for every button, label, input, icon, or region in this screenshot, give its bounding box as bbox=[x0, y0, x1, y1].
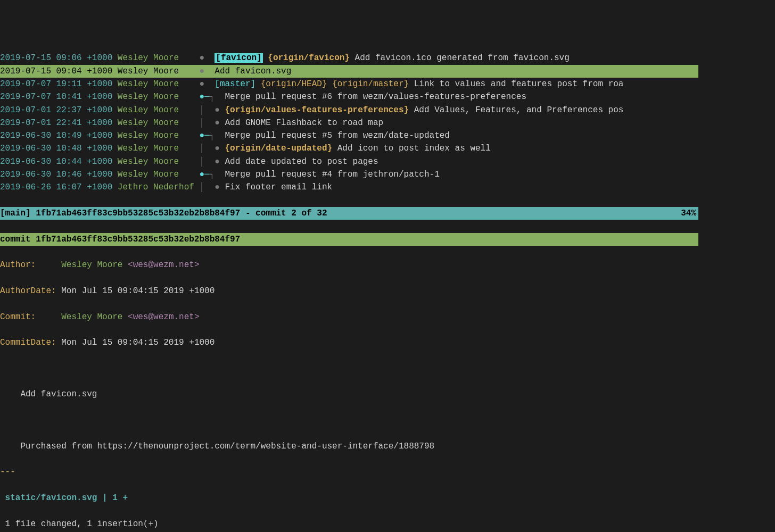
commit-date: 2019-07-07 19:11 +1000 bbox=[0, 79, 112, 89]
commit-date: 2019-06-30 10:44 +1000 bbox=[0, 157, 112, 167]
commit-date: 2019-07-01 22:37 +1000 bbox=[0, 105, 112, 115]
main-status-bar: [main] 1fb71ab463ff83c9bb53285c53b32eb2b… bbox=[0, 207, 698, 220]
commit-message-body: Purchased from https://thenounproject.co… bbox=[0, 440, 698, 453]
commit-subject: Add favicon.svg bbox=[215, 66, 291, 76]
status-left: [main] 1fb71ab463ff83c9bb53285c53b32eb2b… bbox=[0, 207, 327, 220]
author-label: Author: bbox=[0, 260, 56, 270]
commit-date: 2019-07-15 09:04 +1000 bbox=[0, 66, 112, 76]
commit-date: 2019-06-26 16:07 +1000 bbox=[0, 182, 112, 192]
graph-line: │ bbox=[199, 157, 215, 167]
commit-date: 2019-06-30 10:46 +1000 bbox=[0, 170, 112, 179]
commit-row[interactable]: 2019-07-07 19:11 +1000 Wesley Moore ● [m… bbox=[0, 78, 698, 90]
commit-row[interactable]: 2019-07-07 10:41 +1000 Wesley Moore ●─┐ … bbox=[0, 90, 698, 103]
commit-subject: Add Values, Features, and Preferences po… bbox=[414, 105, 624, 115]
commit-date: 2019-06-30 10:48 +1000 bbox=[0, 144, 112, 153]
author-email: <wes@wezm.net> bbox=[128, 260, 199, 270]
authordate-label: AuthorDate: bbox=[0, 286, 56, 296]
graph-dot-icon: ● bbox=[199, 53, 215, 63]
committer-line: Commit: Wesley Moore <wes@wezm.net> bbox=[0, 311, 698, 323]
commit-row[interactable]: 2019-07-01 22:41 +1000 Wesley Moore │ ● … bbox=[0, 117, 698, 129]
commit-author: Wesley Moore bbox=[118, 79, 200, 89]
author-line: Author: Wesley Moore <wes@wezm.net> bbox=[0, 259, 698, 271]
authordate-line: AuthorDate: Mon Jul 15 09:04:15 2019 +10… bbox=[0, 285, 698, 297]
commit-date: 2019-07-01 22:41 +1000 bbox=[0, 118, 112, 128]
commit-row[interactable]: 2019-07-01 22:37 +1000 Wesley Moore │ ● … bbox=[0, 104, 698, 117]
blank-line bbox=[0, 414, 698, 427]
graph-dot-icon: ● bbox=[199, 66, 215, 76]
commit-row[interactable]: 2019-06-30 10:44 +1000 Wesley Moore │ ● … bbox=[0, 155, 698, 168]
author-name: Wesley Moore bbox=[61, 260, 128, 270]
graph-dot-icon: ● bbox=[199, 79, 215, 89]
diffstat-summary: 1 file changed, 1 insertion(+) bbox=[0, 518, 698, 530]
remote-branch-badge: {origin/date-updated} bbox=[225, 144, 332, 153]
commit-row[interactable]: 2019-06-30 10:49 +1000 Wesley Moore ●─┐ … bbox=[0, 129, 698, 142]
commit-email: <wes@wezm.net> bbox=[128, 312, 199, 322]
commit-author: Wesley Moore bbox=[118, 66, 200, 76]
remote-head-badge: {origin/HEAD} {origin/master} bbox=[261, 79, 409, 89]
commit-author: Wesley Moore bbox=[118, 118, 200, 128]
commit-row[interactable]: 2019-07-15 09:06 +1000 Wesley Moore ● [f… bbox=[0, 52, 698, 64]
message-body: Purchased from https://thenounproject.co… bbox=[20, 442, 434, 451]
commit-name: Wesley Moore bbox=[61, 312, 128, 322]
status-right: 34% bbox=[681, 207, 698, 220]
commit-row[interactable]: 2019-06-26 16:07 +1000 Jethro Nederhof │… bbox=[0, 181, 698, 194]
merge-node-icon: ●─ bbox=[199, 92, 209, 102]
commit-author: Wesley Moore bbox=[118, 170, 200, 179]
commit-subject: Add icon to post index as well bbox=[337, 144, 491, 153]
commit-subject: Merge pull request #5 from wezm/date-upd… bbox=[225, 131, 449, 140]
graph-line: │ bbox=[199, 118, 215, 128]
commit-row[interactable]: 2019-06-30 10:48 +1000 Wesley Moore │ ● … bbox=[0, 142, 698, 155]
commit-subject: Merge pull request #6 from wezm/values-f… bbox=[225, 92, 526, 102]
commitdate-line: CommitDate: Mon Jul 15 09:04:15 2019 +10… bbox=[0, 336, 698, 349]
commit-row[interactable]: 2019-07-15 09:04 +1000 Wesley Moore ● Ad… bbox=[0, 65, 698, 78]
remote-branch-badge: {origin/values-features-preferences} bbox=[225, 105, 409, 115]
graph-line: │ bbox=[199, 182, 215, 192]
blank-line bbox=[0, 362, 698, 375]
merge-node-icon: ●─ bbox=[199, 170, 209, 179]
diffstat-marker: --- bbox=[0, 466, 698, 478]
commitdate-value: Mon Jul 15 09:04:15 2019 +1000 bbox=[61, 338, 215, 347]
commit-date: 2019-07-07 10:41 +1000 bbox=[0, 92, 112, 102]
commit-date: 2019-06-30 10:49 +1000 bbox=[0, 131, 112, 140]
graph-line: │ bbox=[199, 144, 215, 153]
commitdate-label: CommitDate: bbox=[0, 338, 56, 347]
message-title: Add favicon.svg bbox=[20, 389, 97, 399]
commit-author: Wesley Moore bbox=[118, 131, 200, 140]
commit-message-title: Add favicon.svg bbox=[0, 388, 698, 401]
local-branch-badge: [master] bbox=[215, 79, 255, 89]
graph-line: │ bbox=[199, 105, 215, 115]
commit-subject: Add GNOME Flashback to road map bbox=[225, 118, 383, 128]
commit-subject: Add date updated to post pages bbox=[225, 157, 378, 167]
commit-row[interactable]: 2019-06-30 10:46 +1000 Wesley Moore ●─┐ … bbox=[0, 168, 698, 181]
commit-subject: Merge pull request #4 from jethron/patch… bbox=[225, 170, 439, 179]
commit-label: Commit: bbox=[0, 312, 56, 322]
current-branch-badge: [favicon] bbox=[215, 53, 262, 63]
commit-author: Wesley Moore bbox=[118, 157, 200, 167]
commit-author: Wesley Moore bbox=[118, 144, 200, 153]
commit-subject: Add favicon.ico generated from favicon.s… bbox=[355, 53, 570, 63]
commit-author: Wesley Moore bbox=[118, 92, 200, 102]
commit-header: commit 1fb71ab463ff83c9bb53285c53b32eb2b… bbox=[0, 233, 698, 246]
commit-log-pane[interactable]: 2019-07-15 09:06 +1000 Wesley Moore ● [f… bbox=[0, 52, 698, 194]
remote-branch-badge: {origin/favicon} bbox=[268, 53, 350, 63]
commit-author: Jethro Nederhof bbox=[118, 182, 200, 192]
commit-subject: Fix footer email link bbox=[225, 182, 332, 192]
authordate-value: Mon Jul 15 09:04:15 2019 +1000 bbox=[61, 286, 215, 296]
commit-date: 2019-07-15 09:06 +1000 bbox=[0, 53, 112, 63]
commit-author: Wesley Moore bbox=[118, 53, 200, 63]
merge-node-icon: ●─ bbox=[199, 131, 209, 140]
diffstat-file: static/favicon.svg | 1 + bbox=[0, 492, 698, 504]
commit-subject: Link to values and features post from ro… bbox=[414, 79, 624, 89]
diffstat-file-text: static/favicon.svg | 1 + bbox=[0, 493, 128, 503]
commit-author: Wesley Moore bbox=[118, 105, 200, 115]
